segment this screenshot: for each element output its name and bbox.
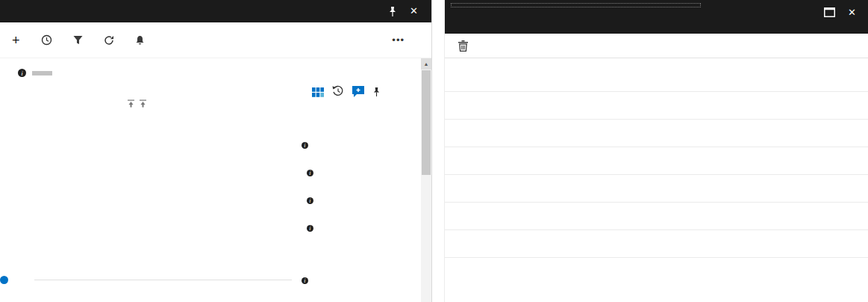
clock-icon (41, 34, 52, 46)
release-properties-blade: ✕ (444, 0, 868, 302)
add-icon: + (12, 35, 20, 46)
metric-label: i (304, 225, 418, 232)
release-properties-header: ✕ (445, 0, 868, 34)
metric-value (304, 204, 418, 224)
ajax-metric: i (299, 277, 308, 302)
info-icon[interactable]: i (18, 69, 26, 77)
info-icon[interactable]: i (307, 225, 313, 232)
table-row (445, 64, 868, 92)
chart-y-axis (10, 147, 31, 244)
table-row (445, 175, 868, 203)
grid-icon[interactable] (312, 87, 324, 97)
history-clock-icon[interactable] (332, 85, 344, 97)
collapse-up-icon[interactable] (139, 99, 147, 108)
metric-item: i (304, 225, 418, 253)
delete-button[interactable] (458, 40, 472, 52)
metric-label: i (304, 197, 418, 204)
line-chart[interactable] (34, 147, 292, 244)
pin-chart-icon[interactable] (372, 87, 381, 97)
bell-icon (135, 35, 145, 46)
blade-title (451, 3, 701, 7)
ajax-chart-line (34, 280, 292, 280)
metric-value (299, 149, 418, 168)
metric-label: i (299, 142, 418, 149)
collapse-controls (127, 99, 147, 108)
close-icon[interactable]: ✕ (410, 5, 418, 17)
metric-label: i (299, 277, 308, 284)
metric-value (299, 284, 308, 302)
filter-chip-browser[interactable] (32, 71, 52, 76)
chart-tools-row (312, 85, 381, 97)
ellipsis-icon: ••• (392, 34, 405, 46)
metric-label: i (304, 170, 418, 176)
metric-item: i (304, 170, 418, 197)
ajax-data-point[interactable] (0, 276, 8, 284)
maximize-icon[interactable] (824, 7, 835, 17)
info-icon[interactable]: i (307, 170, 313, 176)
azure-portal: ✕ + (0, 0, 868, 302)
refresh-icon (104, 35, 114, 46)
table-row (445, 120, 868, 147)
properties-table (445, 64, 868, 258)
table-row (445, 92, 868, 120)
scroll-up-button[interactable]: ▲ (421, 58, 431, 70)
table-row (445, 147, 868, 175)
browser-toolbar: + (0, 22, 431, 58)
info-icon[interactable]: i (302, 277, 308, 284)
metric-bar (299, 198, 302, 221)
close-icon[interactable]: ✕ (848, 7, 856, 19)
vertical-scrollbar[interactable]: ▲ (421, 58, 431, 302)
browser-blade: ✕ + (0, 0, 432, 302)
pin-icon[interactable] (388, 6, 397, 17)
trash-icon (458, 40, 468, 52)
info-icon[interactable]: i (302, 142, 308, 149)
metric-bar (299, 226, 302, 249)
browser-blade-header: ✕ (0, 0, 431, 22)
filters-button[interactable] (73, 35, 87, 45)
alert-rules-button[interactable] (135, 35, 149, 46)
add-chart-button[interactable]: + (12, 35, 25, 46)
pages-metrics: i i i (299, 142, 418, 253)
table-row (445, 203, 868, 230)
metric-value (304, 176, 418, 196)
scrollbar-thumb[interactable] (422, 70, 431, 175)
info-icon[interactable]: i (307, 197, 313, 204)
collapse-up-icon[interactable] (127, 99, 135, 108)
refresh-button[interactable] (104, 35, 119, 46)
feedback-icon[interactable] (352, 86, 364, 97)
more-button[interactable]: ••• (392, 34, 409, 46)
table-row (445, 230, 868, 258)
pages-chart[interactable] (10, 147, 294, 244)
metric-bar (293, 143, 296, 166)
filter-icon (73, 35, 83, 45)
metric-bar (299, 170, 302, 194)
metric-item: i (299, 142, 418, 170)
release-toolbar (445, 34, 868, 58)
time-range-button[interactable] (41, 34, 57, 46)
filter-bar: i (12, 69, 52, 77)
metric-item: i (304, 197, 418, 225)
metric-value (304, 232, 418, 251)
